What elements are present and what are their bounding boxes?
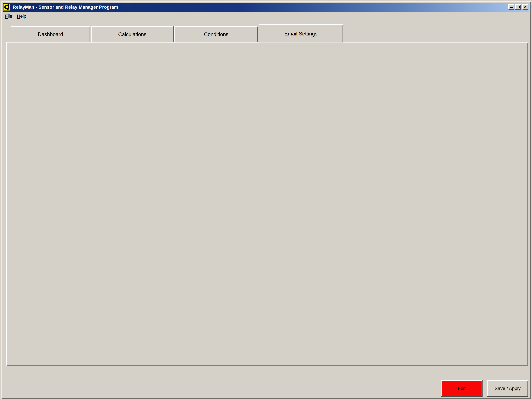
- minimize-button[interactable]: [508, 4, 514, 10]
- menu-item-file[interactable]: File: [3, 13, 15, 19]
- titlebar: RelayMan - Sensor and Relay Manager Prog…: [3, 3, 529, 12]
- maximize-icon: [516, 6, 519, 8]
- menu-item-help[interactable]: Help: [15, 13, 29, 19]
- close-button[interactable]: ✕: [522, 4, 528, 10]
- tab-dashboard[interactable]: Dashboard: [11, 26, 90, 42]
- menubar: File Help: [3, 12, 529, 21]
- minimize-icon: [510, 7, 513, 8]
- app-window: RelayMan - Sensor and Relay Manager Prog…: [0, 0, 532, 400]
- tab-focus-outline: [261, 26, 341, 41]
- tab-calculations[interactable]: Calculations: [91, 26, 174, 42]
- save-apply-button[interactable]: Save / Apply: [487, 380, 528, 397]
- window-title: RelayMan - Sensor and Relay Manager Prog…: [13, 5, 118, 10]
- email-settings-page: [6, 42, 528, 366]
- app-icon: [3, 4, 10, 11]
- maximize-button[interactable]: [515, 4, 521, 10]
- exit-button[interactable]: Exit: [441, 380, 482, 397]
- close-icon: ✕: [524, 5, 527, 9]
- tab-conditions[interactable]: Conditions: [174, 26, 258, 42]
- tab-email-settings[interactable]: Email Settings: [259, 24, 343, 42]
